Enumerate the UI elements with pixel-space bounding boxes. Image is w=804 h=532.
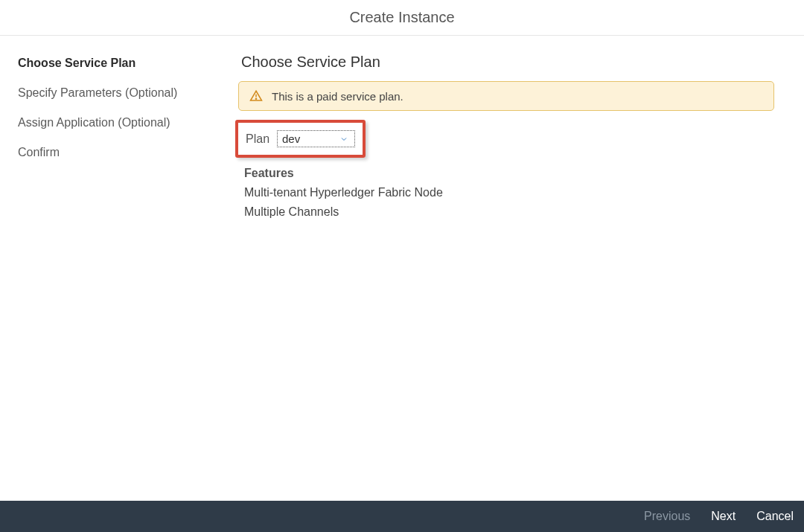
cancel-button[interactable]: Cancel	[756, 510, 794, 523]
section-heading: Choose Service Plan	[238, 54, 774, 71]
sidebar-item-label: Specify Parameters (Optional)	[18, 86, 177, 99]
features-block: Features Multi-tenant Hyperledger Fabric…	[238, 167, 774, 221]
sidebar-item-label: Assign Application (Optional)	[18, 116, 170, 129]
sidebar-item-label: Choose Service Plan	[18, 57, 135, 69]
wizard-sidebar: Choose Service Plan Specify Parameters (…	[0, 36, 238, 501]
chevron-down-icon	[339, 135, 348, 144]
plan-select-value: dev	[282, 132, 300, 145]
footer-bar: Previous Next Cancel	[0, 501, 804, 532]
sidebar-item-specify-parameters[interactable]: Specify Parameters (Optional)	[18, 86, 220, 100]
warning-icon	[249, 89, 263, 103]
features-heading: Features	[244, 167, 774, 180]
main-panel: Choose Service Plan This is a paid servi…	[238, 36, 804, 501]
sidebar-item-confirm[interactable]: Confirm	[18, 146, 220, 159]
section-heading-text: Choose Service Plan	[241, 54, 380, 70]
alert-text: This is a paid service plan.	[272, 90, 403, 103]
paid-plan-alert: This is a paid service plan.	[238, 81, 774, 111]
header-title-text: Create Instance	[349, 9, 454, 25]
previous-button: Previous	[644, 510, 690, 523]
feature-item: Multiple Channels	[244, 202, 774, 222]
plan-label: Plan	[246, 132, 269, 146]
plan-selector-highlight: Plan dev	[235, 120, 366, 158]
svg-point-1	[255, 98, 256, 99]
feature-item: Multi-tenant Hyperledger Fabric Node	[244, 183, 774, 202]
sidebar-item-choose-plan[interactable]: Choose Service Plan	[18, 57, 220, 70]
sidebar-item-assign-application[interactable]: Assign Application (Optional)	[18, 116, 220, 129]
plan-select[interactable]: dev	[277, 130, 355, 147]
page-title: Create Instance	[0, 0, 804, 36]
sidebar-item-label: Confirm	[18, 146, 60, 158]
content-area: Choose Service Plan Specify Parameters (…	[0, 36, 804, 501]
next-button[interactable]: Next	[711, 510, 736, 523]
